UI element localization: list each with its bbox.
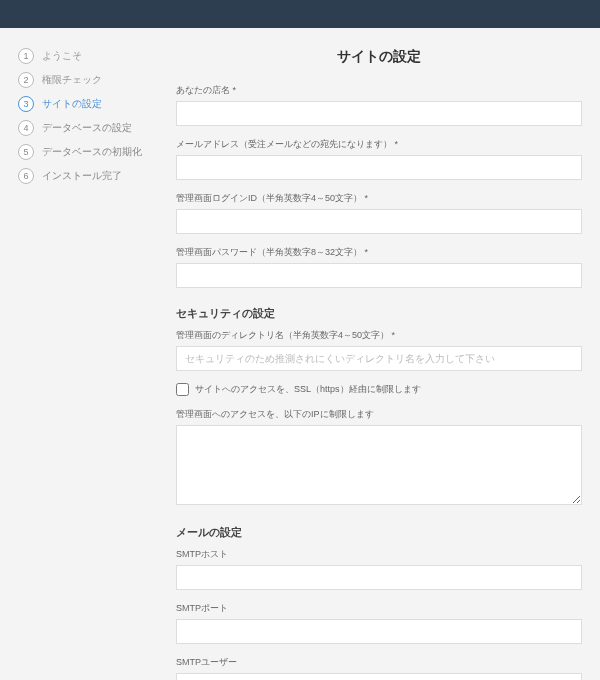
- step-permission: 2 権限チェック: [18, 72, 148, 88]
- step-num: 5: [18, 144, 34, 160]
- input-email[interactable]: [176, 155, 582, 180]
- field-shop-name: あなたの店名 *: [176, 84, 582, 126]
- heading-security: セキュリティの設定: [176, 306, 582, 321]
- content-wrapper: 1 ようこそ 2 権限チェック 3 サイトの設定 4 データベースの設定 5 デ…: [0, 28, 600, 680]
- step-num: 2: [18, 72, 34, 88]
- step-label: 権限チェック: [42, 73, 102, 87]
- step-site-settings: 3 サイトの設定: [18, 96, 148, 112]
- topbar: [0, 0, 600, 28]
- input-smtp-port[interactable]: [176, 619, 582, 644]
- field-smtp-port: SMTPポート: [176, 602, 582, 644]
- heading-mail: メールの設定: [176, 525, 582, 540]
- install-steps-nav: 1 ようこそ 2 権限チェック 3 サイトの設定 4 データベースの設定 5 デ…: [18, 48, 148, 680]
- input-login-pass[interactable]: [176, 263, 582, 288]
- field-email: メールアドレス（受注メールなどの宛先になります） *: [176, 138, 582, 180]
- step-welcome: 1 ようこそ: [18, 48, 148, 64]
- step-label: ようこそ: [42, 49, 82, 63]
- main-form: サイトの設定 あなたの店名 * メールアドレス（受注メールなどの宛先になります）…: [176, 48, 582, 680]
- step-install-complete: 6 インストール完了: [18, 168, 148, 184]
- step-num: 4: [18, 120, 34, 136]
- field-login-pass: 管理画面パスワード（半角英数字8～32文字） *: [176, 246, 582, 288]
- field-admin-dir: 管理画面のディレクトリ名（半角英数字4～50文字） *: [176, 329, 582, 371]
- label-ip-restrict: 管理画面へのアクセスを、以下のIPに制限します: [176, 408, 582, 421]
- label-smtp-port: SMTPポート: [176, 602, 582, 615]
- label-email: メールアドレス（受注メールなどの宛先になります） *: [176, 138, 582, 151]
- label-login-pass: 管理画面パスワード（半角英数字8～32文字） *: [176, 246, 582, 259]
- step-num: 3: [18, 96, 34, 112]
- input-admin-dir[interactable]: [176, 346, 582, 371]
- input-smtp-host[interactable]: [176, 565, 582, 590]
- label-smtp-user: SMTPユーザー: [176, 656, 582, 669]
- label-login-id: 管理画面ログインID（半角英数字4～50文字） *: [176, 192, 582, 205]
- step-num: 1: [18, 48, 34, 64]
- step-database-settings: 4 データベースの設定: [18, 120, 148, 136]
- label-shop-name: あなたの店名 *: [176, 84, 582, 97]
- field-smtp-host: SMTPホスト: [176, 548, 582, 590]
- field-ip-restrict: 管理画面へのアクセスを、以下のIPに制限します: [176, 408, 582, 507]
- step-label: インストール完了: [42, 169, 122, 183]
- field-smtp-user: SMTPユーザー: [176, 656, 582, 680]
- input-login-id[interactable]: [176, 209, 582, 234]
- label-smtp-host: SMTPホスト: [176, 548, 582, 561]
- page-title: サイトの設定: [176, 48, 582, 66]
- step-num: 6: [18, 168, 34, 184]
- textarea-ip-restrict[interactable]: [176, 425, 582, 505]
- label-admin-dir: 管理画面のディレクトリ名（半角英数字4～50文字） *: [176, 329, 582, 342]
- input-shop-name[interactable]: [176, 101, 582, 126]
- label-ssl: サイトへのアクセスを、SSL（https）経由に制限します: [195, 383, 421, 396]
- step-label: サイトの設定: [42, 97, 102, 111]
- checkbox-ssl[interactable]: [176, 383, 189, 396]
- step-database-init: 5 データベースの初期化: [18, 144, 148, 160]
- field-login-id: 管理画面ログインID（半角英数字4～50文字） *: [176, 192, 582, 234]
- step-label: データベースの初期化: [42, 145, 142, 159]
- step-label: データベースの設定: [42, 121, 132, 135]
- field-ssl: サイトへのアクセスを、SSL（https）経由に制限します: [176, 383, 582, 396]
- input-smtp-user[interactable]: [176, 673, 582, 680]
